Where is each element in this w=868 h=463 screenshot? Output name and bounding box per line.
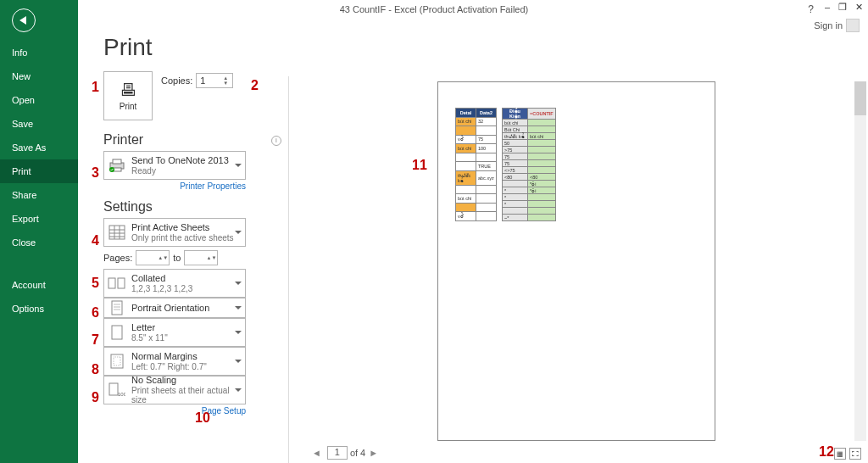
pages-from-input[interactable]: ▲▼	[136, 250, 170, 265]
collate-icon	[108, 274, 126, 293]
page-prev-button[interactable]: ◄	[309, 448, 325, 458]
preview-table-1: DetalData2 bút chì32vở75bút chì100TRUEth…	[455, 108, 497, 221]
printer-info-icon[interactable]: i	[271, 136, 281, 146]
callout-4: 4	[92, 233, 99, 248]
copies-label: Copies:	[161, 75, 192, 86]
margins-dropdown[interactable]: Normal Margins Left: 0.7" Right: 0.7"	[103, 347, 246, 376]
chevron-down-icon	[235, 331, 242, 334]
pages-to-label: to	[173, 253, 181, 263]
page-setup-link[interactable]: Page Setup	[103, 406, 246, 416]
callout-10: 10	[195, 410, 210, 426]
window-minimize[interactable]: –	[825, 2, 830, 13]
printer-name: Send To OneNote 2013	[131, 155, 229, 166]
back-arrow-icon	[19, 16, 26, 25]
chevron-down-icon	[235, 388, 242, 392]
backstage-sidebar: InfoNewOpenSaveSave AsPrintShareExportCl…	[0, 0, 78, 463]
callout-6: 6	[92, 305, 99, 321]
printer-status: Ready	[131, 166, 229, 176]
avatar-icon[interactable]	[846, 19, 860, 32]
svg-text:100: 100	[118, 392, 125, 397]
window-close[interactable]: ✕	[855, 2, 863, 13]
print-button[interactable]: 🖶 Print	[103, 71, 153, 120]
chevron-down-icon	[235, 231, 242, 234]
portrait-icon	[108, 298, 126, 317]
sidebar-item-options[interactable]: Options	[0, 297, 78, 321]
chevron-down-icon	[235, 360, 242, 363]
svg-rect-4	[109, 226, 125, 239]
sidebar-item-close[interactable]: Close	[0, 231, 78, 254]
pages-to-input[interactable]: ▲▼	[184, 250, 218, 265]
callout-5: 5	[92, 276, 99, 291]
printer-icon: 🖶	[120, 81, 136, 98]
svg-rect-16	[112, 326, 122, 339]
svg-rect-10	[108, 278, 115, 288]
callout-1: 1	[92, 80, 99, 95]
help-icon[interactable]: ?	[808, 3, 814, 15]
chevron-down-icon	[235, 306, 242, 310]
page-total-label: of 4	[350, 448, 365, 458]
pages-label: Pages:	[103, 253, 132, 263]
callout-8: 8	[92, 362, 99, 377]
page-size-icon	[108, 323, 126, 342]
page-number-input[interactable]: 1	[327, 446, 348, 460]
callout-3: 3	[92, 165, 99, 181]
collate-dropdown[interactable]: Collated 1,2,3 1,2,3 1,2,3	[103, 269, 246, 298]
signin-link[interactable]: Sign in	[814, 20, 843, 31]
sheets-icon	[108, 223, 126, 242]
print-what-dropdown[interactable]: Print Active Sheets Only print the activ…	[103, 218, 246, 247]
window-restore[interactable]: ❐	[838, 2, 847, 13]
chevron-down-icon	[235, 164, 242, 167]
settings-heading: Settings	[103, 199, 281, 215]
svg-rect-17	[111, 354, 123, 368]
chevron-down-icon	[235, 282, 242, 285]
svg-rect-12	[112, 301, 122, 315]
orientation-dropdown[interactable]: Portrait Orientation	[103, 298, 246, 318]
sidebar-item-new[interactable]: New	[0, 64, 78, 88]
print-preview-page: DetalData2 bút chì32vở75bút chì100TRUEth…	[437, 81, 715, 441]
preview-table-2: Điều Kiện=COUNTIF bút chìBút Chìthước kẻ…	[502, 108, 556, 221]
page-next-button[interactable]: ►	[365, 448, 381, 458]
paper-size-dropdown[interactable]: Letter 8.5" x 11"	[103, 318, 246, 347]
show-margins-button[interactable]: ▦	[834, 448, 846, 460]
zoom-to-page-button[interactable]: ⛶	[849, 448, 861, 460]
callout-9: 9	[92, 390, 99, 405]
sidebar-item-info[interactable]: Info	[0, 41, 78, 64]
callout-2: 2	[251, 78, 259, 93]
copies-input[interactable]: 1 ▲▼	[196, 73, 233, 88]
printer-heading: Printer i	[103, 132, 281, 148]
callout-7: 7	[92, 332, 99, 348]
svg-rect-1	[113, 159, 121, 164]
margins-icon	[108, 352, 126, 371]
scaling-dropdown[interactable]: 100 No Scaling Print sheets at their act…	[103, 376, 246, 404]
printer-device-icon	[108, 156, 126, 175]
printer-properties-link[interactable]: Printer Properties	[103, 181, 246, 191]
scaling-icon: 100	[108, 381, 126, 399]
svg-rect-11	[118, 278, 125, 288]
sidebar-item-print[interactable]: Print	[0, 159, 78, 183]
sidebar-item-save[interactable]: Save	[0, 112, 78, 136]
sidebar-item-save-as[interactable]: Save As	[0, 136, 78, 159]
svg-rect-19	[109, 383, 118, 395]
sidebar-item-open[interactable]: Open	[0, 88, 78, 112]
copies-value: 1	[200, 75, 205, 86]
window-title: 43 CountIF - Excel (Product Activation F…	[340, 4, 529, 14]
page-title: Print	[103, 34, 281, 61]
sidebar-item-share[interactable]: Share	[0, 183, 78, 207]
preview-scrollbar[interactable]	[854, 81, 866, 441]
back-button[interactable]	[12, 8, 36, 32]
print-button-label: Print	[120, 102, 137, 111]
sidebar-item-export[interactable]: Export	[0, 207, 78, 231]
sidebar-item-account[interactable]: Account	[0, 273, 78, 297]
printer-dropdown[interactable]: Send To OneNote 2013 Ready	[103, 151, 246, 180]
